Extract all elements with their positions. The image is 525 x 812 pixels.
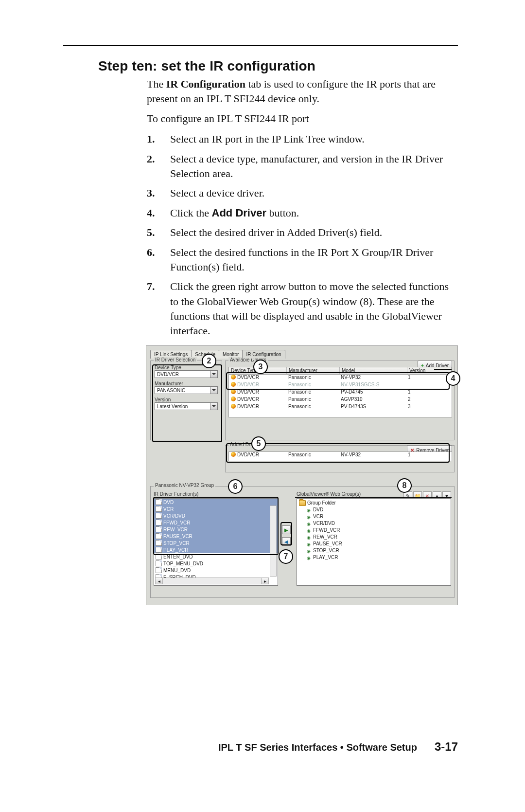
callout-4: 4 <box>446 371 460 386</box>
tree-item[interactable]: STOP_VCR <box>299 547 449 554</box>
added-drivers-table[interactable]: DVD/VCRPanasonicNV-VP321 <box>228 451 452 461</box>
list-item[interactable]: MENU_DVD <box>154 567 278 574</box>
chevron-down-icon <box>210 371 217 378</box>
file-icon <box>156 499 162 505</box>
signal-icon <box>307 535 312 540</box>
signal-icon <box>307 555 312 560</box>
disc-icon <box>231 397 236 401</box>
signal-icon <box>307 528 312 533</box>
label-ir-driver-functions: IR Driver Function(s) <box>154 491 198 497</box>
lead-line: To configure an IPL T SFI244 IR port <box>147 112 458 125</box>
tree-item[interactable]: FFWD_VCR <box>299 527 449 534</box>
tree-item[interactable]: PLAY_VCR <box>299 554 449 561</box>
folder-icon <box>299 500 306 506</box>
group-ir-driver-selection: IR Driver Selection Device Type DVD/VCR … <box>150 361 222 440</box>
signal-icon <box>307 541 312 546</box>
ui-screenshot: IP Link Settings Schedule Monitor IR Con… <box>146 345 458 605</box>
list-item[interactable]: VCR <box>154 505 278 512</box>
chevron-down-icon <box>210 403 217 410</box>
combo-version[interactable]: Latest Version <box>155 402 218 410</box>
label-version: Version <box>155 397 218 402</box>
col-model[interactable]: Model <box>340 367 407 374</box>
steps-list: 1.Select an IR port in the IP Link Tree … <box>147 132 458 358</box>
list-item[interactable]: FFWD_VCR <box>154 519 278 526</box>
file-icon <box>156 540 162 546</box>
disc-icon <box>231 404 236 409</box>
file-icon <box>156 520 162 525</box>
move-right-button[interactable]: ▶ <box>282 525 291 534</box>
list-item[interactable]: DVD <box>154 499 278 505</box>
list-item[interactable]: STOP_VCR <box>154 540 278 546</box>
scrollbar-vertical[interactable] <box>270 505 277 577</box>
label-manufacturer: Manufacturer <box>155 381 218 386</box>
footer-title: IPL T SF Series Interfaces • Software Se… <box>218 742 417 753</box>
file-icon <box>156 554 162 559</box>
combo-manufacturer[interactable]: PANASONIC <box>155 386 218 394</box>
callout-8: 8 <box>397 478 412 493</box>
group-label: Panasonic NV-VP32 Group <box>154 483 215 488</box>
page: Step ten: set the IR configuration The I… <box>0 0 525 812</box>
callout-6: 6 <box>228 479 243 494</box>
transfer-buttons: ▶ ◀ <box>282 525 291 549</box>
disc-icon <box>231 382 236 387</box>
intro-paragraph: The IR Configuration tab is used to conf… <box>147 77 458 106</box>
step-heading: Step ten: set the IR configuration <box>98 58 458 74</box>
tree-item[interactable]: REW_VCR <box>299 534 449 541</box>
tree-item[interactable]: VCR <box>299 513 449 520</box>
move-left-button[interactable]: ◀ <box>282 537 291 546</box>
file-icon <box>156 513 162 519</box>
callout-3: 3 <box>253 360 268 374</box>
list-item[interactable]: PLAY_VCR <box>154 546 278 553</box>
ir-driver-functions-list[interactable]: DVD VCR VCR/DVD FFWD_VCR REW_VCR PAUSE_V… <box>154 498 278 586</box>
list-item[interactable]: ENTER_DVD <box>154 553 278 560</box>
scroll-left-icon[interactable]: ◂ <box>156 578 163 584</box>
file-icon <box>156 567 162 573</box>
page-footer: IPL T SF Series Interfaces • Software Se… <box>63 740 458 754</box>
file-icon <box>156 533 162 539</box>
tree-item[interactable]: PAUSE_VCR <box>299 541 449 547</box>
label-globalviewer-web-groups: GlobalViewer® Web Group(s) <box>297 491 361 497</box>
signal-icon <box>307 521 312 526</box>
list-item[interactable]: REW_VCR <box>154 526 278 533</box>
callout-line-4 <box>434 369 452 370</box>
disc-icon <box>231 452 236 457</box>
file-icon <box>156 526 162 532</box>
scroll-right-icon[interactable]: ▸ <box>261 578 268 584</box>
callout-2: 2 <box>202 354 216 368</box>
group-device: Panasonic NV-VP32 Group IR Driver Functi… <box>150 486 455 598</box>
col-version[interactable]: Version <box>407 367 452 374</box>
callout-7: 7 <box>279 549 293 564</box>
col-manufacturer[interactable]: Manufacturer <box>287 367 340 374</box>
tab-ir-configuration[interactable]: IR Configuration <box>242 350 285 359</box>
available-drivers-table[interactable]: DVD/VCRPanasonicNV-VP321 DVD/VCRPanasoni… <box>228 375 452 417</box>
signal-icon <box>307 548 312 553</box>
signal-icon <box>307 507 312 512</box>
list-item[interactable]: VCR/DVD <box>154 512 278 519</box>
tree-item[interactable]: DVD <box>299 506 449 513</box>
disc-icon <box>231 389 236 394</box>
signal-icon <box>307 514 312 519</box>
disc-icon <box>231 375 236 379</box>
tree-item[interactable]: VCR/DVD <box>299 520 449 527</box>
combo-device-type[interactable]: DVD/VCR <box>155 370 218 378</box>
top-rule <box>63 45 458 46</box>
file-icon <box>156 547 162 553</box>
globalviewer-web-groups-tree[interactable]: Group Folder DVD VCR VCR/DVD FFWD_VCR RE… <box>297 498 451 586</box>
tree-folder[interactable]: Group Folder <box>299 500 449 506</box>
file-icon <box>156 506 162 512</box>
chevron-down-icon <box>210 387 217 394</box>
content: Step ten: set the IR configuration The I… <box>98 58 458 369</box>
group-label: IR Driver Selection <box>154 357 197 362</box>
scrollbar-horizontal[interactable]: ◂▸ <box>155 577 269 584</box>
file-icon <box>156 560 162 566</box>
footer-page-number: 3-17 <box>435 740 458 754</box>
list-item[interactable]: TOP_MENU_DVD <box>154 560 278 567</box>
callout-5: 5 <box>251 436 266 451</box>
list-item[interactable]: PAUSE_VCR <box>154 533 278 540</box>
